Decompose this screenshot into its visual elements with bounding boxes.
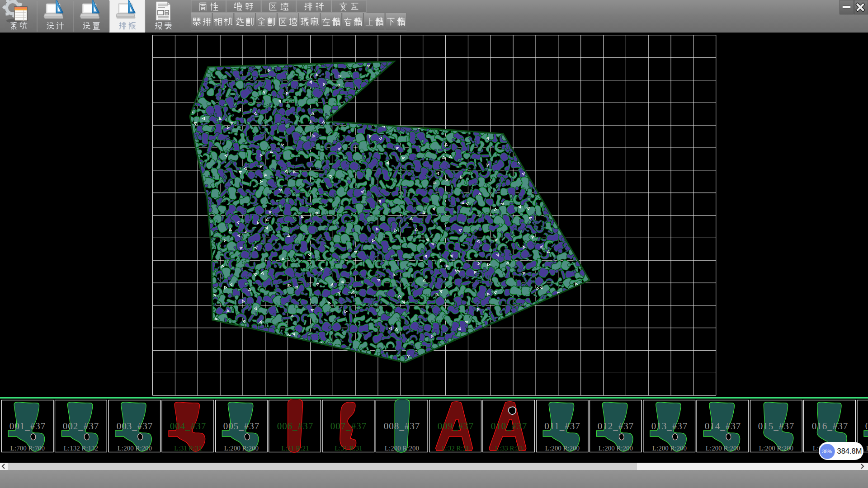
svg-text:017_#37: 017_#37 (865, 421, 868, 432)
svg-text:008_#37: 008_#37 (384, 421, 420, 432)
svg-text:L:32 R:31: L:32 R:31 (442, 445, 469, 452)
svg-text:L:132 R:132: L:132 R:132 (64, 445, 98, 452)
svg-text:L:200 R:200: L:200 R:200 (118, 445, 152, 452)
svg-text:L:200 R:200: L:200 R:200 (866, 445, 868, 452)
svg-text:L:200 R:200: L:200 R:200 (652, 445, 687, 452)
svg-text:003_#37: 003_#37 (117, 421, 153, 432)
svg-text:001_#37: 001_#37 (9, 421, 46, 432)
svg-text:L:31 R:31: L:31 R:31 (174, 445, 202, 452)
svg-text:L:200 R:200: L:200 R:200 (224, 445, 259, 452)
svg-text:007_#37: 007_#37 (330, 421, 367, 432)
svg-text:009_#37: 009_#37 (438, 421, 474, 432)
svg-text:L:200 R:200: L:200 R:200 (759, 445, 793, 452)
svg-text:L:200 R:200: L:200 R:200 (385, 445, 419, 452)
svg-text:L:31 R:31: L:31 R:31 (335, 445, 362, 452)
svg-text:L:33 R:33: L:33 R:33 (495, 445, 523, 452)
svg-text:L:700 R:700: L:700 R:700 (10, 445, 45, 452)
svg-text:L:200 R:200: L:200 R:200 (545, 445, 580, 452)
svg-text:014_#37: 014_#37 (705, 421, 741, 432)
svg-text:011_#37: 011_#37 (544, 421, 580, 432)
svg-text:002_#37: 002_#37 (63, 421, 99, 432)
svg-text:013_#37: 013_#37 (651, 421, 688, 432)
svg-text:016_#37: 016_#37 (812, 421, 849, 432)
svg-text:015_#37: 015_#37 (758, 421, 795, 432)
svg-text:010_#37: 010_#37 (491, 421, 528, 432)
svg-text:L:21 R:21: L:21 R:21 (281, 445, 309, 452)
svg-text:012_#37: 012_#37 (598, 421, 634, 432)
svg-text:L:200 R:200: L:200 R:200 (706, 445, 740, 452)
svg-text:004_#37: 004_#37 (170, 421, 207, 432)
svg-text:005_#37: 005_#37 (223, 421, 260, 432)
svg-text:006_#37: 006_#37 (277, 421, 314, 432)
svg-text:L:200 R:200: L:200 R:200 (599, 445, 633, 452)
